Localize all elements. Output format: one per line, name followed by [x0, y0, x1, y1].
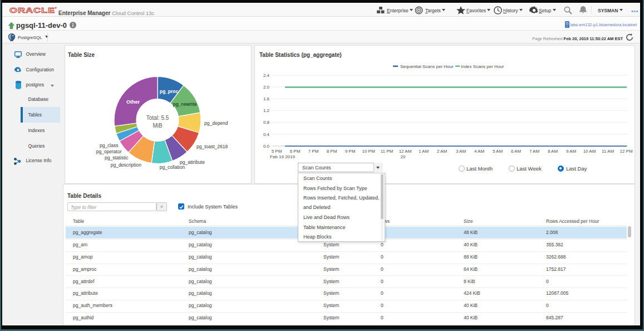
svg-text:Other: Other [126, 99, 140, 105]
svg-text:pg_operator: pg_operator [96, 149, 122, 154]
svg-text:pg_toast_2618: pg_toast_2618 [196, 144, 228, 149]
svg-text:4 AM: 4 AM [474, 149, 485, 154]
svg-text:20: 20 [401, 154, 406, 159]
svg-text:pg_proc: pg_proc [160, 89, 179, 94]
svg-text:5 AM: 5 AM [493, 149, 503, 154]
svg-text:3 AM: 3 AM [456, 149, 466, 154]
svg-text:11 AM: 11 AM [602, 149, 614, 154]
svg-text:10 AM: 10 AM [583, 149, 596, 154]
svg-text:2.0: 2.0 [263, 85, 270, 90]
svg-text:Feb 19 2019: Feb 19 2019 [270, 154, 295, 159]
svg-text:pg_class: pg_class [100, 143, 119, 148]
svg-text:0.4: 0.4 [263, 132, 270, 137]
svg-text:11 PM: 11 PM [381, 149, 394, 154]
svg-text:8 AM: 8 AM [548, 149, 558, 154]
svg-text:12 AM: 12 AM [399, 149, 412, 154]
svg-text:MiB: MiB [153, 123, 163, 129]
svg-text:8 PM: 8 PM [327, 149, 337, 154]
svg-text:0.0: 0.0 [263, 144, 270, 149]
svg-text:9 PM: 9 PM [345, 149, 356, 154]
svg-text:1.2: 1.2 [263, 108, 270, 113]
svg-text:pg_rewrite: pg_rewrite [173, 101, 197, 107]
svg-text:pg_collation: pg_collation [160, 164, 185, 170]
svg-text:1.6: 1.6 [263, 96, 270, 101]
svg-text:2 AM: 2 AM [437, 149, 448, 154]
svg-text:Index Scans per Hour: Index Scans per Hour [461, 64, 504, 69]
svg-text:6 PM: 6 PM [290, 149, 301, 154]
svg-text:pg_statistic: pg_statistic [105, 155, 129, 160]
svg-text:Sequential Scans per Hour: Sequential Scans per Hour [400, 64, 454, 69]
svg-text:pg_attribute: pg_attribute [180, 159, 205, 165]
svg-text:0.8: 0.8 [263, 120, 270, 125]
svg-text:2.4: 2.4 [263, 73, 270, 78]
svg-text:Total: 5.5: Total: 5.5 [146, 115, 169, 121]
svg-text:pg_depend: pg_depend [204, 120, 228, 126]
svg-text:5 PM: 5 PM [272, 149, 282, 154]
svg-text:9 AM: 9 AM [566, 149, 577, 154]
svg-text:7 PM: 7 PM [308, 149, 319, 154]
svg-text:1 AM: 1 AM [419, 149, 429, 154]
svg-text:7 AM: 7 AM [529, 149, 540, 154]
svg-text:pg_description: pg_description [111, 162, 142, 168]
svg-text:12 PM: 12 PM [620, 149, 632, 154]
svg-text:6 AM: 6 AM [511, 149, 522, 154]
svg-text:10 PM: 10 PM [362, 149, 375, 154]
